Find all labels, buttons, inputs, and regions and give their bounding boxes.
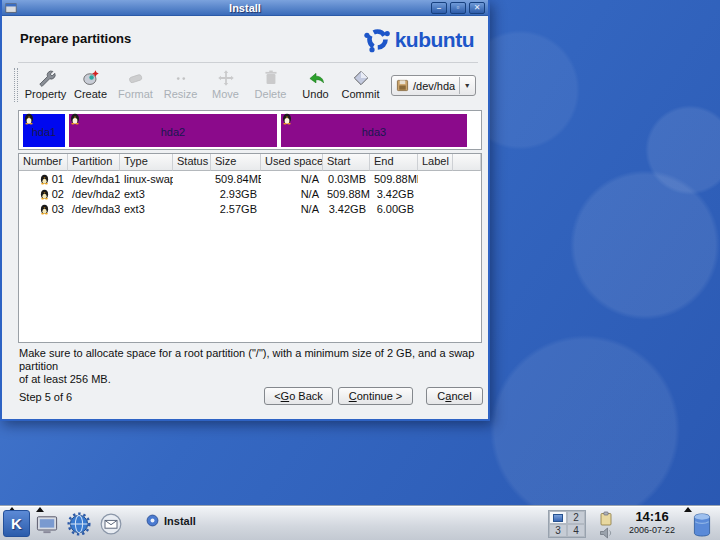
move-icon bbox=[216, 68, 236, 88]
column-header-partition[interactable]: Partition bbox=[68, 154, 120, 171]
cancel-button[interactable]: Cancel bbox=[426, 387, 483, 405]
table-row-hda2[interactable]: 02 /dev/hda2 ext3 2.93GB N/A 509.88MB 3.… bbox=[19, 186, 481, 201]
cell-size: 2.57GB bbox=[211, 203, 261, 215]
create-label: Create bbox=[74, 88, 107, 100]
move-label: Move bbox=[212, 88, 239, 100]
format-icon bbox=[126, 68, 146, 88]
delete-button: Delete bbox=[248, 66, 293, 100]
cell-partition: /dev/hda2 bbox=[68, 188, 120, 200]
column-header-end[interactable]: End bbox=[370, 154, 418, 171]
pager-desktop-3[interactable]: 3 bbox=[549, 524, 567, 537]
cell-number: 02 bbox=[52, 188, 64, 200]
show-desktop-button[interactable] bbox=[34, 511, 60, 537]
tux-icon bbox=[24, 112, 34, 125]
cell-used-space: N/A bbox=[261, 203, 323, 215]
resize-label: Resize bbox=[164, 88, 198, 100]
create-button[interactable]: Create bbox=[68, 66, 113, 100]
partition-block-label: hda1 bbox=[23, 126, 65, 138]
cell-size: 2.93GB bbox=[211, 188, 261, 200]
toolbar-drag-handle[interactable] bbox=[14, 68, 18, 102]
resize-button: Resize bbox=[158, 66, 203, 100]
table-row-hda1[interactable]: 01 /dev/hda1 linux-swap 509.84MB N/A 0.0… bbox=[19, 171, 481, 186]
close-button[interactable]: ✕ bbox=[469, 2, 485, 14]
mail-icon bbox=[99, 512, 123, 536]
taskbar-task-install[interactable]: Install bbox=[146, 514, 196, 527]
partition-map: hda1 hda2 hda3 bbox=[18, 110, 482, 150]
cancel-label: C bbox=[437, 390, 445, 402]
cell-type: ext3 bbox=[120, 203, 173, 215]
task-label: Install bbox=[164, 515, 196, 527]
cell-size: 509.84MB bbox=[211, 173, 261, 185]
wrench-icon bbox=[36, 68, 56, 88]
step-indicator: Step 5 of 6 bbox=[19, 391, 72, 403]
device-selector-value: /dev/hda bbox=[413, 80, 455, 92]
move-button: Move bbox=[203, 66, 248, 100]
partition-block-label: hda3 bbox=[281, 126, 467, 138]
disk-icon bbox=[396, 79, 409, 92]
tux-icon bbox=[40, 188, 49, 200]
tux-icon bbox=[40, 173, 49, 185]
column-header-start[interactable]: Start bbox=[323, 154, 370, 171]
cell-end: 6.00GB bbox=[370, 203, 418, 215]
cell-partition: /dev/hda1 bbox=[68, 173, 120, 185]
advice-text: Make sure to allocate space for a root p… bbox=[19, 347, 481, 386]
volume-icon[interactable] bbox=[599, 527, 613, 539]
mini-window-icon bbox=[553, 514, 563, 522]
column-header-label[interactable]: Label bbox=[418, 154, 453, 171]
cell-used-space: N/A bbox=[261, 173, 323, 185]
go-back-button[interactable]: < Go Back bbox=[264, 387, 333, 405]
klipper-clipboard-icon[interactable] bbox=[599, 511, 613, 526]
clock-date: 2006-07-22 bbox=[617, 525, 687, 535]
page-title: Prepare partitions bbox=[20, 31, 131, 46]
partition-block-hda3[interactable]: hda3 bbox=[281, 114, 467, 147]
kontact-button[interactable] bbox=[98, 511, 124, 537]
undo-button[interactable]: Undo bbox=[293, 66, 338, 100]
table-header-row: Number Partition Type Status Size Used s… bbox=[19, 154, 481, 171]
task-app-icon bbox=[146, 514, 159, 527]
titlebar[interactable]: Install – ▫ ✕ bbox=[2, 0, 488, 16]
partition-block-hda2[interactable]: hda2 bbox=[69, 114, 277, 147]
window-title: Install bbox=[2, 2, 488, 14]
pager-desktop-1[interactable] bbox=[549, 511, 567, 524]
column-header-status[interactable]: Status bbox=[173, 154, 211, 171]
cell-used-space: N/A bbox=[261, 188, 323, 200]
commit-label: Commit bbox=[342, 88, 380, 100]
continue-button[interactable]: Continue > bbox=[338, 387, 413, 405]
kde-taskbar: K bbox=[0, 505, 720, 540]
k-menu-button[interactable]: K bbox=[3, 510, 30, 537]
partition-table: Number Partition Type Status Size Used s… bbox=[18, 153, 482, 343]
partition-block-hda1[interactable]: hda1 bbox=[23, 114, 65, 147]
column-header-number[interactable]: Number bbox=[19, 154, 68, 171]
device-notifier-icon[interactable] bbox=[691, 512, 713, 538]
column-header-used-space[interactable]: Used space bbox=[261, 154, 323, 171]
clock-time: 14:16 bbox=[617, 509, 687, 524]
cell-start: 3.42GB bbox=[323, 203, 370, 215]
cell-start: 0.03MB bbox=[323, 173, 370, 185]
install-window: Install – ▫ ✕ Prepare partitions kubuntu bbox=[0, 0, 490, 421]
delete-label: Delete bbox=[255, 88, 287, 100]
cell-type: ext3 bbox=[120, 188, 173, 200]
commit-button[interactable]: Commit bbox=[338, 66, 383, 100]
column-header-size[interactable]: Size bbox=[211, 154, 261, 171]
cell-start: 509.88MB bbox=[323, 188, 370, 200]
maximize-button[interactable]: ▫ bbox=[450, 2, 466, 14]
advice-line-1: Make sure to allocate space for a root p… bbox=[19, 347, 481, 373]
pager-desktop-4[interactable]: 4 bbox=[567, 524, 585, 537]
pager-desktop-2[interactable]: 2 bbox=[567, 511, 585, 524]
column-header-type[interactable]: Type bbox=[120, 154, 173, 171]
undo-label: Undo bbox=[302, 88, 328, 100]
desktop-icon bbox=[35, 512, 59, 536]
commit-icon bbox=[351, 68, 371, 88]
kubuntu-wordmark: kubuntu bbox=[395, 28, 474, 52]
table-row-hda3[interactable]: 03 /dev/hda3 ext3 2.57GB N/A 3.42GB 6.00… bbox=[19, 201, 481, 216]
kubuntu-logo: kubuntu bbox=[364, 26, 474, 53]
kubuntu-logo-icon bbox=[364, 26, 391, 53]
property-button[interactable]: Property bbox=[23, 66, 68, 100]
chevron-down-icon[interactable]: ▼ bbox=[459, 77, 474, 94]
device-selector[interactable]: /dev/hda ▼ bbox=[391, 75, 476, 96]
taskbar-clock[interactable]: 14:16 2006-07-22 bbox=[617, 509, 687, 535]
konqueror-button[interactable] bbox=[66, 511, 92, 537]
cell-partition: /dev/hda3 bbox=[68, 203, 120, 215]
minimize-button[interactable]: – bbox=[431, 2, 447, 14]
resize-icon bbox=[171, 68, 191, 88]
